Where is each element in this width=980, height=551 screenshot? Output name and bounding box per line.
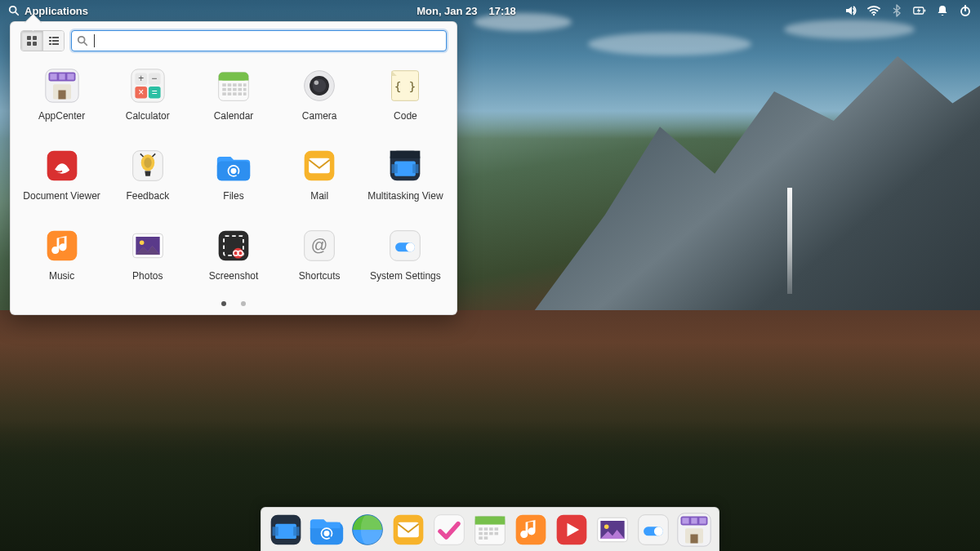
app-label: Files	[223, 190, 243, 202]
svg-text:@: @	[311, 236, 327, 254]
applications-menu-button[interactable]: Applications	[8, 5, 88, 17]
list-icon	[48, 35, 60, 47]
svg-rect-92	[275, 524, 296, 539]
volume-indicator[interactable]	[844, 4, 858, 17]
dock-calendar[interactable]	[472, 512, 508, 548]
panel-time[interactable]: 17:18	[489, 5, 516, 17]
app-calculator[interactable]: +−×= Calculator	[106, 60, 189, 136]
code-icon: { }	[385, 66, 425, 105]
dock-files[interactable]	[309, 512, 345, 548]
files-icon	[214, 146, 253, 185]
svg-rect-85	[238, 252, 239, 254]
app-appcenter[interactable]: AppCenter	[20, 60, 103, 136]
dock-tasks[interactable]	[431, 512, 467, 548]
svg-rect-130	[690, 535, 697, 544]
svg-rect-106	[479, 527, 483, 531]
search-icon	[77, 35, 88, 47]
search-input[interactable]	[71, 30, 447, 51]
svg-rect-42	[243, 83, 247, 87]
svg-rect-23	[67, 73, 74, 79]
app-label: Code	[394, 110, 417, 122]
svg-rect-22	[59, 73, 65, 79]
list-view-button[interactable]	[42, 31, 64, 51]
dock-multitasking[interactable]	[268, 512, 304, 548]
svg-rect-94	[293, 527, 299, 535]
svg-rect-113	[495, 532, 499, 535]
svg-rect-25	[58, 91, 65, 100]
app-photos[interactable]: Photos	[106, 220, 189, 296]
svg-rect-50	[233, 92, 237, 96]
multitasking-icon	[385, 146, 425, 185]
svg-rect-38	[222, 83, 226, 87]
bluetooth-indicator[interactable]	[890, 4, 903, 17]
panel-date[interactable]: Mon, Jan 23	[416, 5, 477, 17]
app-shortcuts[interactable]: @ Shortcuts	[278, 220, 361, 296]
svg-rect-108	[489, 527, 493, 531]
app-multitasking[interactable]: Multitasking View	[364, 140, 447, 216]
search-icon	[8, 5, 20, 16]
power-icon	[959, 4, 972, 17]
svg-rect-114	[479, 536, 483, 540]
app-code[interactable]: { } Code	[364, 60, 447, 136]
music-icon	[42, 226, 82, 265]
app-documentviewer[interactable]: Document Viewer	[20, 140, 103, 216]
svg-point-0	[10, 7, 16, 13]
svg-point-123	[654, 527, 663, 535]
svg-rect-52	[243, 92, 247, 96]
svg-text:+: +	[138, 73, 144, 84]
page-dot-1[interactable]	[221, 301, 226, 306]
dock-photos[interactable]	[595, 512, 630, 548]
svg-point-2	[873, 14, 875, 16]
app-label: Screenshot	[209, 270, 259, 282]
grid-view-button[interactable]	[21, 31, 42, 51]
dock-appcenter[interactable]	[676, 512, 712, 548]
app-music[interactable]: Music	[20, 220, 103, 296]
svg-line-1	[16, 12, 18, 15]
dock-settings[interactable]	[635, 512, 671, 548]
svg-line-18	[84, 42, 87, 45]
battery-indicator[interactable]	[913, 4, 926, 17]
app-label: Camera	[302, 110, 337, 122]
svg-rect-8	[33, 36, 37, 40]
app-settings[interactable]: System Settings	[364, 220, 447, 296]
network-indicator[interactable]	[867, 4, 880, 17]
app-mail[interactable]: Mail	[278, 140, 361, 216]
app-grid: AppCenter +−×= Calculator Calendar Camer…	[20, 60, 447, 296]
svg-rect-109	[495, 527, 499, 531]
top-panel: Applications Mon, Jan 23 17:18	[0, 0, 980, 21]
documentviewer-icon	[42, 146, 82, 185]
svg-rect-11	[49, 37, 51, 38]
bell-icon	[936, 4, 949, 17]
mail-icon	[300, 146, 339, 185]
dock-web[interactable]	[350, 512, 385, 548]
svg-rect-75	[413, 164, 419, 173]
svg-rect-105	[475, 517, 506, 525]
svg-rect-15	[49, 43, 51, 45]
app-files[interactable]: Files	[192, 140, 274, 216]
bluetooth-icon	[890, 4, 903, 17]
svg-rect-102	[398, 522, 419, 537]
svg-rect-74	[392, 164, 398, 173]
svg-rect-4	[924, 9, 926, 11]
calculator-icon: +−×=	[128, 66, 167, 105]
dock-music[interactable]	[513, 512, 549, 548]
app-feedback[interactable]: Feedback	[106, 140, 189, 216]
dock-mail[interactable]	[390, 512, 426, 548]
app-label: AppCenter	[38, 110, 85, 122]
svg-rect-73	[395, 162, 416, 176]
app-label: System Settings	[370, 270, 441, 282]
svg-rect-70	[309, 158, 330, 173]
svg-rect-7	[27, 36, 31, 40]
svg-point-79	[140, 241, 145, 246]
svg-rect-49	[228, 92, 232, 96]
app-camera[interactable]: Camera	[278, 60, 361, 136]
session-indicator[interactable]	[959, 4, 972, 17]
page-dot-2[interactable]	[241, 301, 246, 306]
notifications-indicator[interactable]	[936, 4, 949, 17]
svg-text:×: ×	[138, 87, 144, 98]
text-cursor	[94, 34, 95, 47]
app-label: Multitasking View	[368, 190, 443, 202]
app-calendar[interactable]: Calendar	[192, 60, 274, 136]
dock-videos[interactable]	[554, 512, 590, 548]
app-screenshot[interactable]: Screenshot	[192, 220, 274, 296]
